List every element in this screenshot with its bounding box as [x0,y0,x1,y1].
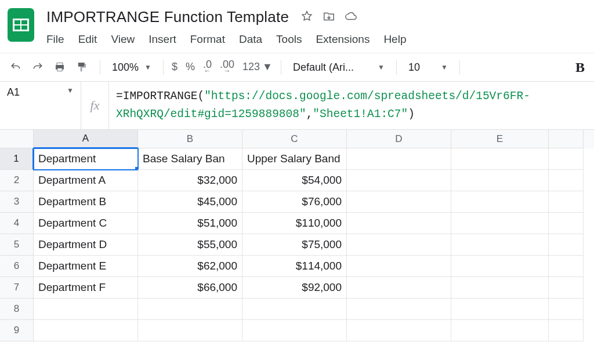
cell-A5[interactable]: Department D [34,234,138,256]
cell-C8[interactable] [242,299,347,320]
cell-E7[interactable] [451,277,549,299]
cell-F4[interactable] [549,213,584,234]
select-all-corner[interactable] [0,130,34,148]
zoom-select[interactable]: 100% ▼ [108,61,155,74]
cell-A3[interactable]: Department B [34,191,138,213]
cell-C6[interactable]: $114,000 [242,256,347,277]
menu-tools[interactable]: Tools [276,33,302,46]
font-size-select[interactable]: 10 ▼ [405,61,451,74]
cell-C9[interactable] [242,320,347,341]
more-formats-button[interactable]: 123 ▼ [242,61,273,73]
row-header-9[interactable]: 9 [0,320,34,341]
cell-D7[interactable] [347,277,451,299]
column-header-D[interactable]: D [347,130,451,148]
move-icon[interactable] [323,10,335,24]
cell-A9[interactable] [34,320,138,341]
row-header-6[interactable]: 6 [0,256,34,277]
print-button[interactable] [50,57,70,77]
row-header-2[interactable]: 2 [0,170,34,191]
cell-E9[interactable] [451,320,549,341]
column-header-F[interactable] [549,130,584,148]
paint-format-button[interactable] [72,57,92,77]
document-title[interactable]: IMPORTRANGE Function Template [44,7,291,27]
column-header-C[interactable]: C [242,130,347,148]
cell-A2[interactable]: Department A [34,170,138,191]
formula-bar[interactable]: =IMPORTRANGE("https://docs.google.com/sp… [109,82,594,129]
cell-D6[interactable] [347,256,451,277]
name-box[interactable]: A1 ▼ [0,82,81,129]
cell-E4[interactable] [451,213,549,234]
cell-C4[interactable]: $110,000 [242,213,347,234]
menu-extensions[interactable]: Extensions [316,33,370,46]
row-header-5[interactable]: 5 [0,234,34,256]
row-header-8[interactable]: 8 [0,299,34,320]
cell-C2[interactable]: $54,000 [242,170,347,191]
column-header-B[interactable]: B [138,130,242,148]
cell-D3[interactable] [347,191,451,213]
cloud-status-icon[interactable] [345,10,357,24]
cell-F6[interactable] [549,256,584,277]
cell-F8[interactable] [549,299,584,320]
row-header-1[interactable]: 1 [0,148,34,170]
increase-decimal-button[interactable]: .00 → [220,60,234,74]
cell-E6[interactable] [451,256,549,277]
cell-E2[interactable] [451,170,549,191]
format-percent-button[interactable]: % [186,61,195,73]
cell-B8[interactable] [138,299,242,320]
cell-A4[interactable]: Department C [34,213,138,234]
cell-D2[interactable] [347,170,451,191]
font-select[interactable]: Default (Ari... ▼ [289,61,388,74]
cell-B1[interactable]: Base Salary Ban [138,148,242,170]
cell-E1[interactable] [451,148,549,170]
cell-B4[interactable]: $51,000 [138,213,242,234]
cell-A8[interactable] [34,299,138,320]
menu-edit[interactable]: Edit [78,33,97,46]
cell-D9[interactable] [347,320,451,341]
redo-button[interactable] [28,57,48,77]
menu-help[interactable]: Help [383,33,406,46]
menu-file[interactable]: File [46,33,64,46]
cell-B3[interactable]: $45,000 [138,191,242,213]
cell-D4[interactable] [347,213,451,234]
cell-E8[interactable] [451,299,549,320]
cell-F9[interactable] [549,320,584,341]
star-icon[interactable] [300,10,313,24]
cell-A7[interactable]: Department F [34,277,138,299]
cell-C3[interactable]: $76,000 [242,191,347,213]
decrease-decimal-button[interactable]: .0 ← [203,60,212,74]
cell-D5[interactable] [347,234,451,256]
cell-B9[interactable] [138,320,242,341]
row-header-4[interactable]: 4 [0,213,34,234]
undo-button[interactable] [6,57,26,77]
cell-F3[interactable] [549,191,584,213]
cell-E3[interactable] [451,191,549,213]
cell-C1[interactable]: Upper Salary Band [242,148,347,170]
cell-F2[interactable] [549,170,584,191]
cell-C5[interactable]: $75,000 [242,234,347,256]
cell-C7[interactable]: $92,000 [242,277,347,299]
cell-E5[interactable] [451,234,549,256]
menu-data[interactable]: Data [239,33,262,46]
cell-F7[interactable] [549,277,584,299]
spreadsheet-grid[interactable]: A B C D E 1 Department Base Salary Ban U… [0,130,594,341]
cell-F1[interactable] [549,148,584,170]
cell-F5[interactable] [549,234,584,256]
cell-D1[interactable] [347,148,451,170]
column-header-A[interactable]: A [34,130,138,148]
cell-A1[interactable]: Department [34,148,138,170]
bold-button[interactable]: B [575,60,585,75]
cell-D8[interactable] [347,299,451,320]
cell-B2[interactable]: $32,000 [138,170,242,191]
cell-B7[interactable]: $66,000 [138,277,242,299]
cell-A6[interactable]: Department E [34,256,138,277]
menu-format[interactable]: Format [190,33,225,46]
column-header-E[interactable]: E [451,130,549,148]
cell-B5[interactable]: $55,000 [138,234,242,256]
row-header-7[interactable]: 7 [0,277,34,299]
menu-insert[interactable]: Insert [148,33,176,46]
menu-view[interactable]: View [111,33,135,46]
sheets-logo[interactable] [5,5,37,45]
format-currency-button[interactable]: $ [172,61,178,73]
cell-B6[interactable]: $62,000 [138,256,242,277]
row-header-3[interactable]: 3 [0,191,34,213]
